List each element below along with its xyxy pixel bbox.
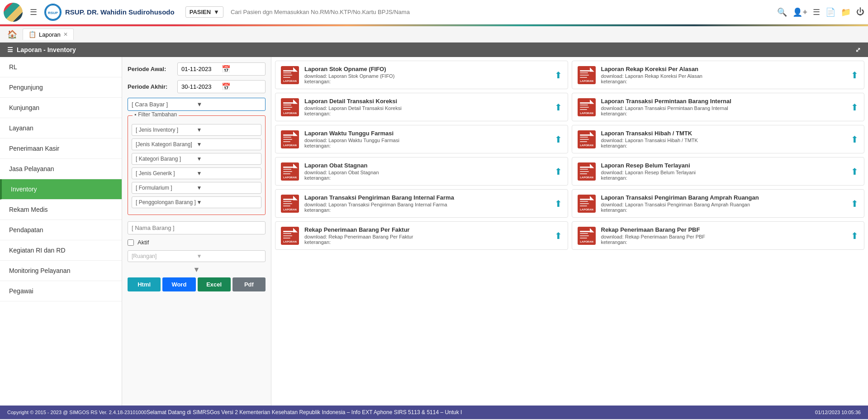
expand-icon[interactable]: ⤢ (855, 46, 861, 53)
power-icon[interactable]: ⏻ (856, 7, 864, 17)
report-card: LAPORAN Rekap Penerimaan Barang Per Fakt… (275, 221, 568, 250)
jenis-inventory-select[interactable]: [ Jenis Inventory ] ▼ (132, 124, 261, 136)
add-user-icon[interactable]: 👤+ (792, 7, 807, 17)
list-icon[interactable]: ☰ (813, 7, 820, 17)
svg-rect-9 (580, 70, 590, 72)
hospital-logo: RSUP (44, 4, 62, 21)
periode-akhir-input[interactable]: 30-11-2023 📅 (177, 80, 266, 93)
home-button[interactable]: 🏠 (4, 28, 21, 41)
report-card: LAPORAN Laporan Rekap Koreksi Per Alasan… (572, 61, 865, 89)
report-list: LAPORAN Laporan Stok Opname (FIFO) downl… (271, 57, 868, 406)
filter-tambahan-text: Filter Tambahan (138, 111, 177, 118)
penggolongan-barang-select[interactable]: [ Penggolongan Barang ] ▼ (132, 196, 261, 208)
svg-rect-3 (283, 70, 293, 72)
download-icon[interactable]: ⬆ (555, 198, 562, 209)
svg-rect-65 (283, 235, 292, 236)
report-title: Laporan Stok Opname (FIFO) (304, 66, 549, 72)
download-icon[interactable]: ⬆ (851, 102, 859, 113)
svg-rect-64 (283, 233, 291, 234)
svg-text:LAPORAN: LAPORAN (580, 80, 593, 82)
sidebar-item-pengunjung[interactable]: Pengunjung (0, 77, 122, 98)
filter-tambahan-square-icon: ▪ (134, 111, 136, 118)
report-thumb-8: LAPORAN (281, 195, 299, 213)
ruangan-label: [Ruangan] (132, 253, 197, 259)
kategori-barang-select[interactable]: [ Kategori Barang ] ▼ (132, 153, 261, 165)
html-button[interactable]: Html (128, 277, 161, 291)
sidebar-item-rekam-medis[interactable]: Rekam Medis (0, 200, 122, 220)
filter-panel: Periode Awal: 01-11-2023 📅 Periode Akhir… (122, 57, 271, 406)
svg-rect-28 (283, 137, 291, 138)
svg-rect-18 (283, 109, 290, 110)
download-icon[interactable]: ⬆ (851, 230, 859, 241)
jenis-generik-arrow-icon: ▼ (197, 170, 258, 177)
folder-icon[interactable]: 📁 (841, 7, 851, 17)
search-icon[interactable]: 🔍 (777, 7, 787, 17)
pdf-button[interactable]: Pdf (232, 277, 266, 291)
jenis-kategori-barang-select[interactable]: [Jenis Kategori Barang] ▼ (132, 138, 261, 150)
download-icon[interactable]: ⬆ (555, 230, 562, 241)
sidebar-item-pendapatan[interactable]: Pendapatan (0, 220, 122, 240)
report-keterangan: keterangan: (601, 239, 846, 245)
report-title: Rekap Penerimaan Barang Per PBF (601, 226, 846, 233)
word-button[interactable]: Word (162, 277, 195, 291)
svg-rect-33 (580, 134, 590, 136)
report-keterangan: keterangan: (601, 143, 846, 148)
jenis-generik-select[interactable]: [ Jenis Generik ] ▼ (132, 167, 261, 179)
periode-akhir-value: 30-11-2023 (181, 83, 222, 90)
kategori-barang-arrow-icon: ▼ (197, 156, 258, 162)
report-thumb-4: LAPORAN (281, 130, 299, 148)
calendar-icon-akhir[interactable]: 📅 (222, 82, 262, 91)
sidebar-item-kunjungan[interactable]: Kunjungan (0, 98, 122, 118)
tab-label: Laporan (39, 31, 61, 38)
section-header: ☰ Laporan - Inventory ⤢ (0, 43, 868, 57)
formularium-select[interactable]: [ Formularium ] ▼ (132, 182, 261, 194)
sidebar-item-penerimaan-kasir[interactable]: Penerimaan Kasir (0, 138, 122, 159)
sidebar-item-pegawai[interactable]: Pegawai (0, 281, 122, 301)
nama-barang-input[interactable] (128, 221, 266, 234)
sidebar-item-rl[interactable]: RL (0, 57, 122, 77)
download-icon[interactable]: ⬆ (851, 198, 859, 209)
report-keterangan: keterangan: (601, 175, 846, 181)
svg-rect-30 (283, 141, 290, 142)
periode-awal-input[interactable]: 01-11-2023 📅 (177, 62, 266, 76)
sidebar-item-kegiatan-ri-dan-rd[interactable]: Kegiatan RI dan RD (0, 240, 122, 261)
report-title: Laporan Detail Transaksi Koreksi (304, 98, 549, 105)
search-input[interactable] (231, 9, 770, 15)
app-logo (4, 3, 23, 22)
tab-close-icon[interactable]: ✕ (63, 31, 68, 38)
download-icon[interactable]: ⬆ (555, 102, 562, 113)
calendar-icon-awal[interactable]: 📅 (222, 65, 262, 73)
svg-rect-45 (580, 167, 590, 168)
download-icon[interactable]: ⬆ (851, 166, 859, 177)
toolbar-icons: 🔍 👤+ ☰ 📄 📁 ⏻ (777, 7, 864, 17)
report-thumb-3: LAPORAN (578, 98, 596, 116)
excel-button[interactable]: Excel (198, 277, 231, 291)
svg-text:LAPORAN: LAPORAN (283, 176, 297, 179)
laporan-tab[interactable]: 📋 Laporan ✕ (23, 29, 74, 40)
svg-rect-70 (580, 233, 588, 234)
ruangan-select[interactable]: [Ruangan] ▼ (128, 250, 266, 262)
pasien-dropdown-icon: ▼ (213, 9, 219, 15)
cara-bayar-select[interactable]: [ Cara Bayar ] ▼ (128, 98, 266, 111)
penggolongan-barang-label: [ Penggolongan Barang ] (136, 199, 197, 205)
svg-rect-40 (283, 169, 291, 170)
aktif-checkbox[interactable] (128, 239, 134, 246)
report-title: Laporan Transaksi Permintaan Barang Inte… (601, 98, 846, 105)
pasien-select[interactable]: PASIEN ▼ (185, 6, 223, 18)
hamburger-icon[interactable]: ☰ (26, 5, 41, 19)
svg-text:LAPORAN: LAPORAN (580, 144, 593, 147)
download-icon[interactable]: ⬆ (555, 70, 562, 81)
sidebar-item-jasa-pelayanan[interactable]: Jasa Pelayanan (0, 159, 122, 179)
sidebar-item-monitoring-pelayanan[interactable]: Monitoring Pelayanan (0, 261, 122, 281)
svg-rect-4 (283, 72, 291, 73)
collapse-arrow[interactable]: ▼ (128, 266, 266, 274)
download-icon[interactable]: ⬆ (851, 134, 859, 145)
download-icon[interactable]: ⬆ (555, 134, 562, 145)
report-card: LAPORAN Laporan Waktu Tunggu Farmasi dow… (275, 125, 568, 153)
document-icon[interactable]: 📄 (825, 7, 835, 17)
sidebar-item-inventory[interactable]: Inventory (0, 179, 122, 200)
report-thumb-2: LAPORAN (281, 98, 299, 116)
sidebar-item-layanan[interactable]: Layanan (0, 118, 122, 138)
download-icon[interactable]: ⬆ (555, 166, 562, 177)
download-icon[interactable]: ⬆ (851, 70, 859, 81)
